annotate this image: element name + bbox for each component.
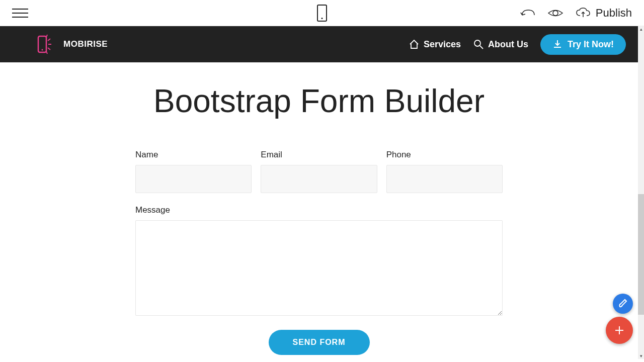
menu-icon[interactable]	[12, 9, 28, 18]
home-icon	[409, 39, 420, 50]
preview-icon[interactable]	[547, 8, 564, 19]
cta-button[interactable]: Try It Now!	[540, 34, 626, 55]
svg-point-0	[553, 11, 558, 16]
brush-icon	[618, 299, 628, 309]
cta-label: Try It Now!	[568, 39, 614, 50]
app-topbar: Publish	[0, 0, 644, 26]
scroll-thumb[interactable]	[638, 194, 644, 315]
preview-canvas: MOBIRISE Services About Us Try It Now! B…	[0, 26, 638, 359]
phone-label: Phone	[386, 150, 503, 160]
add-block-fab[interactable]	[606, 317, 633, 344]
scroll-down-icon[interactable]: ▾	[638, 353, 644, 359]
send-button[interactable]: SEND FORM	[269, 330, 370, 355]
phone-input[interactable]	[386, 165, 503, 193]
search-icon	[473, 39, 484, 50]
svg-line-7	[46, 51, 47, 54]
svg-point-8	[474, 40, 480, 46]
publish-label: Publish	[596, 7, 632, 20]
svg-line-4	[48, 39, 50, 41]
nav-services-label: Services	[424, 39, 461, 50]
nav-about-label: About Us	[488, 39, 528, 50]
scroll-up-icon[interactable]: ▴	[638, 26, 644, 32]
message-textarea[interactable]	[135, 220, 503, 316]
plus-icon	[613, 324, 625, 336]
publish-button[interactable]: Publish	[576, 7, 632, 20]
email-label: Email	[261, 150, 377, 160]
nav-about[interactable]: About Us	[473, 39, 528, 50]
vertical-scrollbar[interactable]: ▴ ▾	[638, 26, 644, 359]
download-icon	[552, 39, 562, 49]
contact-form: Name Email Phone Message SEND FORM	[135, 150, 503, 355]
email-input[interactable]	[261, 165, 377, 193]
theme-fab[interactable]	[613, 294, 633, 314]
name-label: Name	[135, 150, 252, 160]
undo-icon[interactable]	[520, 8, 535, 18]
message-label: Message	[135, 205, 503, 215]
site-navbar: MOBIRISE Services About Us Try It Now!	[0, 26, 638, 62]
page-title: Bootstrap Form Builder	[0, 82, 638, 120]
nav-services[interactable]: Services	[409, 39, 461, 50]
brand-text: MOBIRISE	[63, 39, 108, 49]
svg-line-6	[46, 35, 47, 37]
cloud-upload-icon	[576, 7, 591, 19]
svg-point-2	[42, 49, 43, 51]
svg-line-9	[480, 46, 483, 49]
brand-logo[interactable]: MOBIRISE	[35, 33, 108, 55]
name-input[interactable]	[135, 165, 252, 193]
mobile-device-icon[interactable]	[317, 5, 327, 22]
brand-mark-icon	[35, 33, 57, 55]
svg-line-5	[48, 48, 50, 50]
